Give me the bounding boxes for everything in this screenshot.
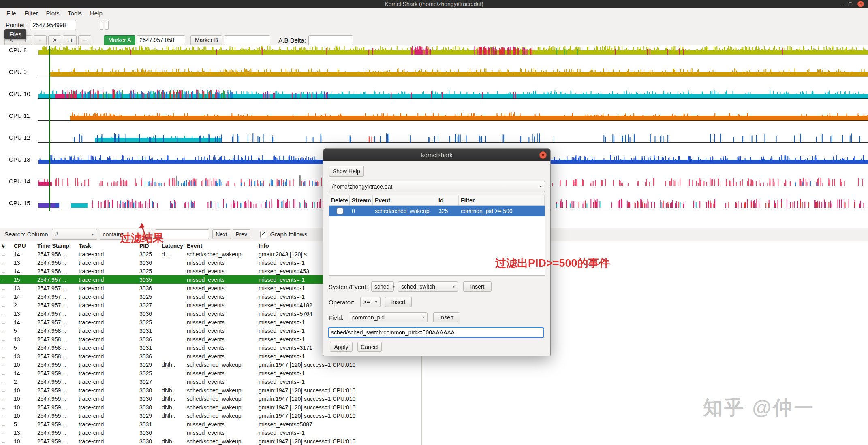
cell-info: gmain:1947 [120] success=1 CPU:010 (257, 387, 421, 394)
cell-pid: 3035 (138, 277, 160, 283)
menu-item-file[interactable]: File (2, 9, 20, 17)
table-row[interactable]: …132547.959…trace-cmd3036missed_eventsmi… (0, 428, 421, 437)
cell-time-stamp: 2547.956… (36, 268, 77, 275)
column-header-cpu[interactable]: CPU (12, 243, 36, 249)
cell-cpu: 10 (12, 362, 36, 368)
table-row[interactable]: …52547.959…trace-cmd3031missed_eventsmis… (0, 420, 421, 428)
nav-button-2[interactable]: - (34, 35, 47, 45)
table-row[interactable]: …102547.959…trace-cmd3030dNh..sched/sche… (0, 437, 421, 445)
cell-task: trace-cmd (77, 285, 138, 292)
table-row[interactable]: …102547.959…trace-cmd3030dNh..sched/sche… (0, 386, 421, 394)
cell-task: trace-cmd (77, 362, 138, 368)
filter-table-row[interactable]: 0sched/sched_wakeup325common_pid >= 500 (329, 206, 545, 216)
cell-task: trace-cmd (77, 319, 138, 326)
row-marker-icon: … (0, 277, 12, 282)
table-row[interactable]: …102547.959…trace-cmd3029dNh..sched/sche… (0, 411, 421, 420)
row-marker-icon: … (0, 388, 12, 392)
cell-task: trace-cmd (77, 421, 138, 428)
table-row[interactable]: …22547.959…trace-cmd3027missed_eventsmis… (0, 377, 421, 386)
filter-row-checkbox[interactable] (337, 208, 343, 214)
nav-button-5[interactable]: -- (78, 35, 91, 45)
system-event-insert-button[interactable]: Insert (463, 281, 492, 292)
cell-time-stamp: 2547.957… (36, 294, 77, 300)
search-next-button[interactable]: Next (212, 229, 231, 239)
cell-event: missed_events (185, 319, 257, 326)
column-header-#[interactable]: # (0, 243, 12, 249)
cell-pid: 3029 (138, 362, 160, 368)
operator-select[interactable]: >= ▾ (360, 297, 381, 307)
cell-info: missed_events=-1 (257, 379, 421, 385)
cell-event: sched/sched_wakeup (185, 438, 257, 445)
cell-event: missed_events (185, 302, 257, 309)
column-header-time-stamp[interactable]: Time Stamp (36, 243, 77, 249)
cpu-label-cpu-11: CPU 11 (9, 112, 30, 119)
system-select[interactable]: sched ▾ (371, 281, 394, 292)
show-help-button[interactable]: Show Help (329, 166, 364, 177)
row-marker-icon: … (0, 396, 12, 401)
cell-time-stamp: 2547.959… (36, 396, 77, 402)
trace-file-select[interactable]: /home/zhongyi/trace.dat ▾ (329, 181, 545, 192)
cell-task: trace-cmd (77, 353, 138, 360)
minimize-icon[interactable]: – (840, 2, 843, 6)
row-marker-icon: … (0, 345, 12, 350)
table-row[interactable]: …142547.959…trace-cmd3025missed_eventsmi… (0, 369, 421, 377)
event-select[interactable]: sched_switch ▾ (398, 281, 458, 292)
field-select[interactable]: common_pid ▾ (349, 312, 428, 322)
trace-file-value: /home/zhongyi/trace.dat (332, 183, 392, 190)
pointer-value-field[interactable]: 2547.954998 (30, 20, 76, 30)
field-label: Field: (329, 314, 344, 321)
cpu-label-cpu-14: CPU 14 (9, 178, 30, 185)
cell-event: missed_events (185, 345, 257, 351)
cell-event: sched/sched_wakeup (185, 251, 257, 258)
filter-event-cell: sched/sched_wakeup (373, 206, 436, 216)
nav-button-4[interactable]: ++ (63, 35, 77, 45)
ab-delta-field[interactable] (308, 35, 353, 45)
cell-cpu: 10 (12, 404, 36, 411)
cell-task: trace-cmd (77, 277, 138, 283)
marker-b-value-field[interactable] (224, 35, 270, 45)
cell-cpu: 15 (12, 277, 36, 283)
maximize-icon[interactable]: ▢ (848, 2, 853, 6)
row-marker-icon: … (0, 439, 12, 443)
chevron-down-icon: ▾ (375, 300, 377, 304)
table-row[interactable]: …102547.959…trace-cmd3030dNh..sched/sche… (0, 394, 421, 403)
search-label: Search: Column (4, 231, 48, 238)
marker-b-button[interactable]: Marker B (190, 35, 222, 45)
filter-delete-cell (329, 206, 350, 216)
table-row[interactable]: …102547.959…trace-cmd3030dNh..sched/sche… (0, 403, 421, 411)
apply-button[interactable]: Apply (330, 342, 353, 352)
cell-pid: 3025 (138, 268, 160, 275)
cell-latency: dNh.. (160, 413, 185, 419)
cell-pid: 3036 (138, 260, 160, 266)
field-insert-button[interactable]: Insert (433, 312, 460, 322)
cell-task: trace-cmd (77, 260, 138, 266)
cell-task: trace-cmd (77, 251, 138, 258)
cancel-button[interactable]: Cancel (357, 342, 382, 352)
dialog-close-icon[interactable]: ✕ (539, 151, 547, 159)
search-column-select[interactable]: # ▾ (52, 229, 97, 240)
window-controls: – ▢ ✕ (840, 0, 864, 8)
marker-a-button[interactable]: Marker A (104, 35, 135, 45)
nav-button-3[interactable]: > (48, 35, 61, 45)
cell-time-stamp: 2547.959… (36, 362, 77, 368)
row-marker-icon: … (0, 413, 12, 418)
column-header-latency[interactable]: Latency (160, 243, 185, 249)
column-header-event[interactable]: Event (185, 243, 257, 249)
menu-item-plots[interactable]: Plots (42, 9, 64, 17)
cell-pid: 3031 (138, 345, 160, 351)
table-row[interactable]: …102547.959…trace-cmd3029dNh..sched/sche… (0, 360, 421, 369)
close-icon[interactable]: ✕ (857, 1, 864, 7)
search-prev-button[interactable]: Prev (233, 229, 250, 239)
menu-item-help[interactable]: Help (86, 9, 107, 17)
cell-task: trace-cmd (77, 438, 138, 445)
filter-expression-input[interactable] (328, 327, 544, 338)
operator-insert-button[interactable]: Insert (385, 297, 412, 307)
cell-time-stamp: 2547.959… (36, 438, 77, 445)
graph-follows-checkbox[interactable] (260, 231, 267, 238)
marker-a-value-field[interactable]: 2547.957 058 (137, 35, 185, 45)
menu-item-filter[interactable]: Filter (20, 9, 42, 17)
cell-pid: 3027 (138, 302, 160, 309)
menu-item-tools[interactable]: Tools (64, 9, 86, 17)
cpu-label-cpu-9: CPU 9 (9, 68, 27, 75)
row-marker-icon: … (0, 337, 12, 341)
